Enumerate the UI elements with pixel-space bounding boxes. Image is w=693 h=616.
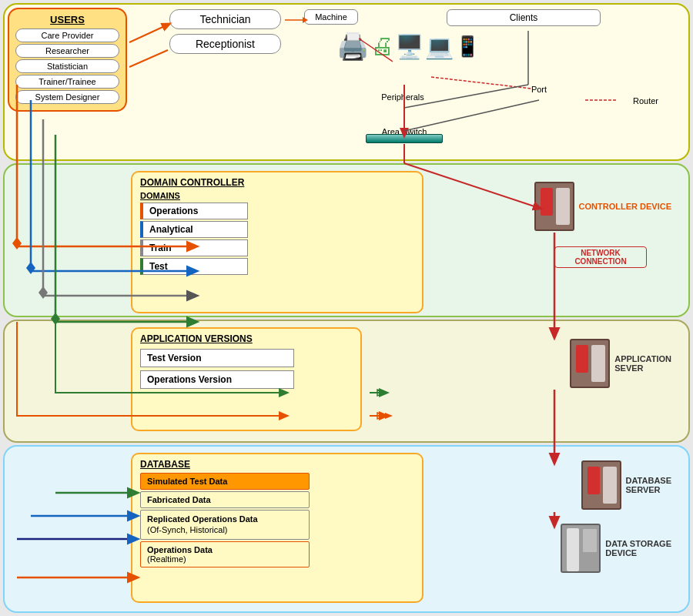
user-trainer[interactable]: Trainer/Trainee (15, 75, 119, 89)
machine-box: Machine (304, 9, 358, 25)
tech-receptionist-box: Technician Receptionist (169, 9, 281, 59)
network-connection-label: NETWORKCONNECTION (554, 246, 647, 268)
user-researcher[interactable]: Researcher (15, 44, 119, 58)
machine-label: Machine (307, 12, 355, 22)
laptop-icon: 💻 (425, 33, 454, 60)
database-title: DATABASE (140, 459, 414, 470)
switch-bar-icon (366, 134, 443, 143)
application-server-icon (570, 339, 610, 388)
data-storage-icon (561, 524, 601, 573)
db-fabricated-data[interactable]: Fabricated Data (140, 491, 310, 508)
domain-test[interactable]: Test (140, 258, 248, 275)
clients-box: Clients (447, 9, 601, 26)
tech-item-receptionist[interactable]: Receptionist (169, 34, 281, 54)
user-system-designer[interactable]: System Designer (15, 90, 119, 104)
domain-operations[interactable]: Operations (140, 203, 248, 219)
printer-icon: 🖨 (370, 33, 393, 59)
app-test-version[interactable]: Test Version (140, 349, 294, 367)
application-server-label: APPLICATIONSEVER (614, 354, 671, 373)
controller-device-icon (534, 182, 574, 231)
db-operations-realtime[interactable]: Operations Data(Realtime) (140, 541, 310, 567)
database-server-area: DATABASESERVER (581, 460, 671, 510)
controller-device-label: CONTROLLER DEVICE (579, 202, 671, 211)
app-versions-box: APPLICATION VERSIONS Test Version Operat… (131, 327, 362, 431)
user-care-provider[interactable]: Care Provider (15, 28, 119, 42)
app-versions-title: APPLICATION VERSIONS (140, 333, 353, 344)
router-label: Router (633, 96, 658, 105)
domains-label: DOMAINS (140, 191, 414, 200)
users-title: USERS (15, 14, 119, 25)
db-simulated-test-data[interactable]: Simulated Test Data (140, 473, 310, 490)
database-server-icon (581, 460, 621, 510)
peripherals-label: Peripherals (376, 92, 430, 102)
users-box: USERS Care Provider Researcher Statistic… (8, 8, 127, 112)
domain-analytical[interactable]: Analytical (140, 221, 248, 238)
db-replicated-ops-data[interactable]: Replicated Operations Data(Of-Synch, His… (140, 510, 310, 540)
port-label: Port (524, 85, 554, 94)
tablet-icon: 📱 (455, 35, 480, 59)
domain-train[interactable]: Train (140, 239, 248, 256)
data-storage-device-area: DATA STORAGEDEVICE (561, 524, 671, 573)
tech-item-technician[interactable]: Technician (169, 9, 281, 29)
device-icons-area: 🖨️ 🖨 🖥️ 💻 📱 (323, 31, 493, 62)
domain-controller-title: DOMAIN CONTROLLER (140, 177, 414, 188)
user-statistician[interactable]: Statistician (15, 59, 119, 73)
application-server-area: APPLICATIONSEVER (570, 339, 671, 388)
app-operations-version[interactable]: Operations Version (140, 370, 294, 389)
domain-controller-box: DOMAIN CONTROLLER DOMAINS Operations Ana… (131, 171, 424, 313)
clients-label: Clients (450, 12, 598, 23)
database-server-label: DATABASESERVER (626, 476, 671, 494)
scanner-icon: 🖨️ (336, 31, 369, 62)
data-storage-label: DATA STORAGEDEVICE (605, 539, 671, 557)
controller-device-area: CONTROLLER DEVICE (534, 182, 671, 231)
monitor-icon: 🖥️ (395, 33, 424, 60)
database-section-box: DATABASE Simulated Test Data Fabricated … (131, 453, 424, 603)
